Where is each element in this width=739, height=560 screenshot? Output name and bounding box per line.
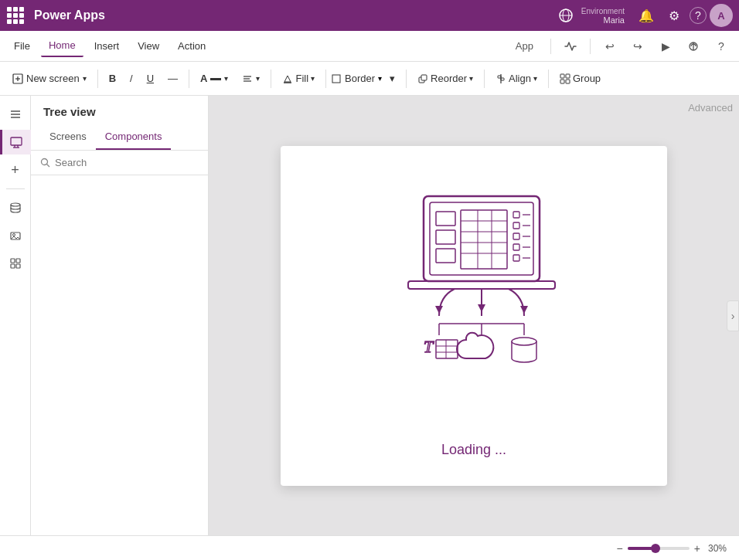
loading-illustration: T — [377, 173, 570, 436]
top-bar: Power Apps Environment Maria 🔔 ⚙ ? A — [0, 0, 739, 31]
tab-screens[interactable]: Screens — [40, 124, 96, 150]
tree-tabs: Screens Components — [31, 124, 208, 151]
svg-rect-32 — [11, 259, 15, 263]
border-label: Border — [345, 73, 375, 84]
zoom-minus-button[interactable]: − — [617, 542, 623, 555]
add-icon[interactable]: + — [3, 158, 28, 182]
tab-components[interactable]: Components — [96, 124, 172, 150]
environment-name: Maria — [603, 15, 625, 25]
app-button[interactable]: App — [506, 36, 543, 56]
svg-marker-63 — [435, 306, 443, 314]
svg-rect-20 — [560, 80, 564, 83]
undo-icon[interactable]: ↩ — [598, 35, 622, 58]
svg-rect-21 — [566, 80, 570, 83]
italic-button[interactable]: / — [124, 70, 139, 87]
top-bar-right: Environment Maria 🔔 ⚙ ? A — [553, 3, 733, 28]
svg-rect-55 — [513, 233, 519, 239]
svg-marker-62 — [478, 304, 485, 312]
main-layout: + Tree view — [0, 96, 739, 535]
screens-icon[interactable] — [0, 130, 31, 154]
svg-point-74 — [512, 338, 536, 345]
share-icon[interactable] — [682, 35, 705, 58]
gear-icon[interactable]: ⚙ — [662, 3, 686, 28]
bell-icon[interactable]: 🔔 — [634, 3, 659, 28]
svg-rect-25 — [11, 137, 22, 145]
svg-rect-19 — [566, 74, 570, 78]
svg-rect-35 — [16, 264, 20, 268]
zoom-value: 30% — [708, 543, 727, 554]
svg-rect-70 — [436, 340, 458, 358]
redo-icon[interactable]: ↪ — [626, 35, 649, 58]
svg-point-31 — [12, 234, 15, 236]
menu-bar: File Home Insert View Action App ↩ ↪ ▶ ? — [0, 31, 739, 62]
media-icon[interactable] — [3, 223, 28, 248]
svg-rect-12 — [332, 75, 340, 83]
svg-rect-53 — [513, 222, 519, 229]
svg-rect-42 — [436, 230, 455, 244]
underline-button[interactable]: U — [141, 70, 160, 87]
waffle-icon[interactable] — [6, 6, 25, 25]
zoom-slider[interactable] — [628, 547, 690, 550]
svg-rect-40 — [408, 281, 555, 289]
environment-info: Environment Maria — [581, 7, 625, 25]
svg-rect-51 — [513, 212, 519, 218]
app-title: Power Apps — [34, 8, 105, 22]
strikethrough-button[interactable]: — — [162, 70, 184, 87]
menu-insert[interactable]: Insert — [87, 36, 128, 56]
health-icon[interactable] — [559, 35, 582, 58]
menu-view[interactable]: View — [130, 36, 167, 56]
status-bar: − + 30% — [0, 535, 739, 560]
canvas-area: Advanced › — [209, 96, 739, 535]
reorder-button[interactable]: Reorder ▾ — [411, 70, 479, 87]
border-group: Border ▾ — [331, 73, 382, 84]
question-icon[interactable]: ? — [710, 35, 733, 58]
bold-button[interactable]: B — [103, 70, 122, 87]
top-bar-grid: Power Apps Environment Maria 🔔 ⚙ ? A — [6, 3, 733, 28]
menu-home[interactable]: Home — [41, 35, 83, 57]
tree-panel: Tree view Screens Components — [31, 96, 209, 535]
svg-point-36 — [42, 159, 48, 165]
group-button[interactable]: Group — [553, 70, 607, 87]
svg-rect-39 — [430, 202, 533, 275]
tree-search — [31, 151, 208, 175]
svg-marker-64 — [520, 306, 528, 314]
play-icon[interactable]: ▶ — [654, 35, 677, 58]
align-layout-button[interactable]: Align ▾ — [489, 70, 543, 87]
loading-text: Loading ... — [441, 442, 506, 458]
svg-rect-43 — [436, 249, 455, 263]
align-label: Align — [509, 73, 531, 84]
search-icon — [40, 158, 50, 168]
svg-rect-33 — [16, 259, 20, 263]
fill-label: Fill — [295, 73, 308, 84]
avatar[interactable]: A — [710, 4, 733, 27]
align-button[interactable]: ▾ — [236, 70, 266, 87]
hamburger-icon[interactable] — [3, 102, 28, 127]
chevron-down-toolbar[interactable]: ▾ — [383, 70, 401, 87]
menu-file[interactable]: File — [6, 36, 38, 56]
group-label: Group — [573, 73, 601, 84]
new-screen-button[interactable]: New screen ▾ — [6, 70, 93, 87]
svg-rect-14 — [421, 75, 427, 80]
svg-line-37 — [47, 165, 50, 168]
environment-icon[interactable] — [553, 3, 578, 28]
format-group: B / U — — [103, 70, 184, 87]
tree-title: Tree view — [43, 105, 96, 118]
svg-rect-34 — [11, 264, 15, 268]
data-icon[interactable] — [3, 195, 28, 220]
components-icon[interactable] — [3, 251, 28, 276]
svg-rect-59 — [513, 255, 519, 261]
svg-rect-57 — [513, 244, 519, 250]
reorder-label: Reorder — [431, 73, 467, 84]
help-icon[interactable]: ? — [690, 7, 707, 24]
menu-action[interactable]: Action — [170, 36, 213, 56]
fill-button[interactable]: Fill ▾ — [276, 70, 321, 87]
tree-header: Tree view — [31, 96, 208, 124]
zoom-plus-button[interactable]: + — [694, 542, 700, 555]
new-screen-chevron[interactable]: ▾ — [83, 74, 87, 83]
svg-text:T: T — [424, 337, 434, 356]
svg-rect-18 — [560, 74, 564, 78]
search-input[interactable] — [55, 157, 199, 168]
font-color-button[interactable]: A ▾ — [194, 70, 234, 87]
svg-rect-44 — [461, 210, 507, 269]
loading-overlay: T Loading ... — [209, 96, 739, 535]
